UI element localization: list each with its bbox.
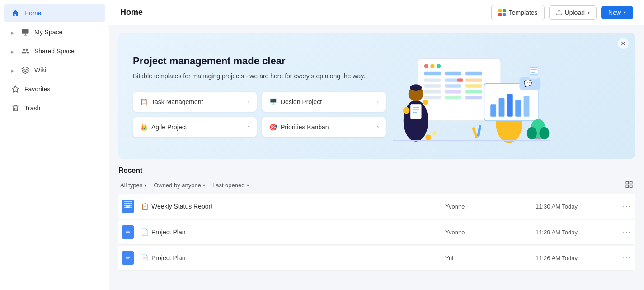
svg-rect-67 <box>630 185 632 187</box>
page-title: Home <box>120 8 143 17</box>
svg-rect-66 <box>626 185 628 187</box>
grid-view-button[interactable] <box>625 181 633 190</box>
row-name-3: 📄 Project Plan <box>141 254 445 261</box>
svg-rect-24 <box>445 96 461 99</box>
svg-rect-22 <box>445 84 461 87</box>
header-actions: Templates Upload ▾ New ▾ <box>491 5 633 20</box>
svg-point-38 <box>423 100 428 105</box>
owned-by-filter[interactable]: Owned by anyone ▾ <box>154 180 205 190</box>
task-management-label: 📋 Task Management <box>140 98 203 105</box>
svg-rect-18 <box>424 84 441 87</box>
svg-point-12 <box>430 64 434 68</box>
card-arrow-agile: › <box>248 124 249 130</box>
recent-section: Recent All types ▾ Owned by anyone ▾ Las… <box>109 166 644 280</box>
row-emoji-3: 📄 <box>141 254 149 261</box>
row-time-3: 11:26 AM Today <box>536 255 617 261</box>
card-arrow-design: › <box>377 99 379 105</box>
row-time-1: 11:30 AM Today <box>536 203 617 210</box>
card-arrow-kanban: › <box>377 124 379 130</box>
banner-template-cards: 📋 Task Management › 🖥️ Design Project › … <box>133 92 386 137</box>
promo-banner: ✕ Project management made clear Bitable … <box>118 33 635 159</box>
banner-title: Project management made clear <box>133 55 386 67</box>
sidebar-item-favorites[interactable]: Favorites <box>4 80 105 98</box>
new-button[interactable]: New ▾ <box>601 6 633 19</box>
svg-rect-7 <box>498 13 502 16</box>
row-more-2[interactable]: ··· <box>617 228 631 236</box>
row-owner-2: Yvonne <box>445 229 536 236</box>
row-icon-3 <box>122 251 136 265</box>
sidebar-label-trash: Trash <box>24 105 40 112</box>
svg-point-32 <box>410 84 422 91</box>
banner-subtitle: Bitable templates for managing projects … <box>133 71 386 81</box>
row-icon-1 <box>122 200 136 213</box>
svg-point-58 <box>539 127 549 140</box>
doc-icon-2 <box>122 225 134 239</box>
all-types-filter[interactable]: All types ▾ <box>120 180 146 190</box>
sidebar-item-shared-space[interactable]: ▶ Shared Space <box>4 42 105 60</box>
upload-icon <box>556 10 562 16</box>
agile-project-emoji: 👑 <box>140 124 148 131</box>
last-opened-chevron: ▾ <box>247 183 249 188</box>
card-arrow-task: › <box>248 99 249 105</box>
sidebar-item-my-space[interactable]: ▶ My Space <box>4 23 105 41</box>
all-types-label: All types <box>120 182 142 189</box>
template-card-priorities-kanban[interactable]: 🎯 Priorities Kanban › <box>262 117 386 137</box>
design-project-emoji: 🖥️ <box>269 98 277 105</box>
illustration-svg: 💬 <box>386 46 558 146</box>
design-project-label: 🖥️ Design Project <box>269 98 322 105</box>
shared-space-icon <box>21 47 30 56</box>
sidebar-label-shared-space: Shared Space <box>34 48 75 55</box>
row-emoji-1: 📋 <box>141 203 149 210</box>
svg-rect-17 <box>424 79 441 82</box>
sidebar-item-trash[interactable]: Trash <box>4 99 105 117</box>
svg-rect-47 <box>524 96 530 117</box>
last-opened-label: Last opened <box>212 182 245 189</box>
sidebar-item-home[interactable]: Home <box>4 4 105 22</box>
row-more-3[interactable]: ··· <box>617 254 631 262</box>
my-space-icon <box>21 28 30 37</box>
svg-rect-6 <box>503 9 506 12</box>
doc-icon-1 <box>122 200 134 213</box>
banner-content: Project management made clear Bitable te… <box>133 55 386 137</box>
row-emoji-2: 📄 <box>141 228 149 236</box>
svg-text:💬: 💬 <box>524 79 532 87</box>
owned-by-chevron: ▾ <box>203 183 205 188</box>
svg-point-62 <box>425 134 431 140</box>
upload-button[interactable]: Upload ▾ <box>549 5 597 20</box>
sidebar-item-wiki[interactable]: ▶ Wiki <box>4 61 105 79</box>
svg-marker-3 <box>22 67 29 71</box>
svg-rect-25 <box>465 79 482 82</box>
last-opened-filter[interactable]: Last opened ▾ <box>212 180 249 190</box>
row-more-1[interactable]: ··· <box>617 202 631 210</box>
recent-table: 📋 Weekly Status Report Yvonne 11:30 AM T… <box>118 194 635 271</box>
table-row[interactable]: 📄 Project Plan Yvonne 11:29 AM Today ··· <box>118 220 635 245</box>
expand-icon-shared-space: ▶ <box>11 49 14 53</box>
priorities-kanban-label: 🎯 Priorities Kanban <box>269 124 329 131</box>
row-owner-3: Yui <box>445 255 536 261</box>
svg-rect-46 <box>515 100 521 117</box>
svg-rect-23 <box>445 90 461 93</box>
template-card-agile-project[interactable]: 👑 Agile Project › <box>133 117 257 137</box>
svg-rect-44 <box>499 98 505 117</box>
svg-rect-5 <box>498 9 502 12</box>
svg-rect-43 <box>490 104 496 116</box>
template-card-task-management[interactable]: 📋 Task Management › <box>133 92 257 112</box>
svg-rect-26 <box>465 84 482 87</box>
svg-rect-0 <box>22 29 29 34</box>
banner-close-button[interactable]: ✕ <box>618 38 629 49</box>
expand-icon-wiki: ▶ <box>11 68 14 72</box>
row-icon-2 <box>122 225 136 239</box>
new-label: New <box>608 9 621 16</box>
sidebar-label-wiki: Wiki <box>34 67 46 74</box>
table-row[interactable]: 📄 Project Plan Yui 11:26 AM Today ··· <box>118 246 635 271</box>
svg-rect-14 <box>424 72 441 75</box>
table-row[interactable]: 📋 Weekly Status Report Yvonne 11:30 AM T… <box>118 194 635 219</box>
templates-button[interactable]: Templates <box>491 5 545 20</box>
svg-rect-61 <box>477 125 482 137</box>
row-name-2: 📄 Project Plan <box>141 228 445 236</box>
new-dropdown-icon: ▾ <box>624 10 626 15</box>
svg-rect-65 <box>630 181 632 184</box>
home-icon <box>11 9 20 18</box>
filter-left: All types ▾ Owned by anyone ▾ Last opene… <box>120 180 249 190</box>
template-card-design-project[interactable]: 🖥️ Design Project › <box>262 92 386 112</box>
